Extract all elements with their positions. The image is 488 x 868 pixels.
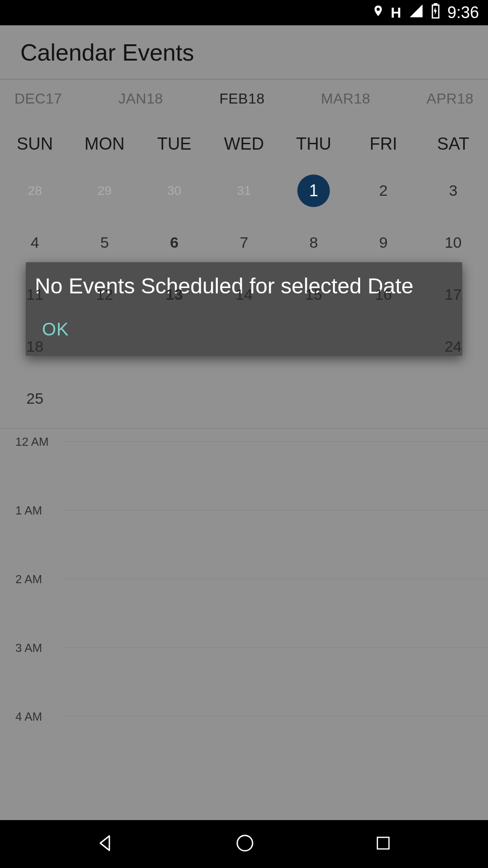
recent-apps-button[interactable]	[373, 833, 393, 855]
ok-button[interactable]: OK	[40, 316, 71, 343]
svg-point-0	[237, 835, 253, 851]
nav-bar	[0, 820, 488, 868]
home-button[interactable]	[234, 832, 256, 856]
signal-icon	[408, 3, 424, 22]
location-icon	[372, 3, 385, 22]
svg-rect-1	[377, 837, 389, 849]
battery-icon	[430, 3, 441, 22]
back-button[interactable]	[95, 832, 117, 856]
status-clock: 9:36	[447, 3, 479, 22]
dialog-actions: OK	[26, 306, 462, 356]
no-events-dialog: No Events Scheduled for selected Date OK	[26, 262, 462, 356]
status-bar: H 9:36	[0, 0, 488, 25]
modal-scrim[interactable]	[0, 25, 488, 820]
network-type-indicator: H	[391, 5, 402, 21]
